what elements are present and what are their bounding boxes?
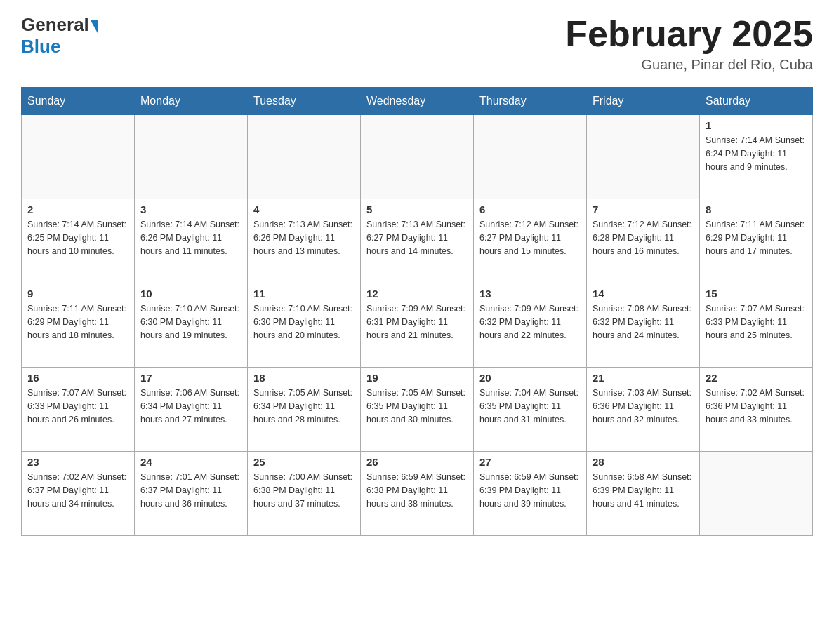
logo-general-text: General [21,14,89,36]
day-number: 7 [593,203,694,215]
calendar-cell: 5Sunrise: 7:13 AM Sunset: 6:27 PM Daylig… [361,199,474,283]
calendar-cell: 25Sunrise: 7:00 AM Sunset: 6:38 PM Dayli… [248,452,361,536]
day-info: Sunrise: 7:08 AM Sunset: 6:32 PM Dayligh… [593,302,694,342]
calendar-cell: 23Sunrise: 7:02 AM Sunset: 6:37 PM Dayli… [22,452,135,536]
day-info: Sunrise: 7:02 AM Sunset: 6:37 PM Dayligh… [27,471,128,510]
calendar-cell: 3Sunrise: 7:14 AM Sunset: 6:26 PM Daylig… [135,199,248,283]
day-number: 16 [27,372,128,384]
calendar-cell [700,452,813,536]
calendar-cell: 16Sunrise: 7:07 AM Sunset: 6:33 PM Dayli… [22,368,135,452]
day-info: Sunrise: 7:04 AM Sunset: 6:35 PM Dayligh… [479,387,581,426]
day-number: 27 [479,456,581,468]
day-number: 26 [366,456,468,468]
calendar-cell: 24Sunrise: 7:01 AM Sunset: 6:37 PM Dayli… [135,452,248,536]
title-section: February 2025 Guane, Pinar del Rio, Cuba [565,14,813,73]
day-info: Sunrise: 7:12 AM Sunset: 6:28 PM Dayligh… [593,218,694,257]
calendar-table: SundayMondayTuesdayWednesdayThursdayFrid… [21,87,813,536]
day-number: 15 [706,288,807,300]
day-number: 19 [366,372,468,384]
day-number: 2 [27,203,128,215]
calendar-cell: 10Sunrise: 7:10 AM Sunset: 6:30 PM Dayli… [135,283,248,368]
day-number: 8 [706,203,807,215]
calendar-day-header: Wednesday [361,88,474,115]
calendar-cell: 18Sunrise: 7:05 AM Sunset: 6:34 PM Dayli… [248,368,361,452]
calendar-cell: 1Sunrise: 7:14 AM Sunset: 6:24 PM Daylig… [700,115,813,199]
day-info: Sunrise: 7:13 AM Sunset: 6:27 PM Dayligh… [366,218,468,257]
day-number: 3 [140,203,241,215]
day-info: Sunrise: 7:13 AM Sunset: 6:26 PM Dayligh… [253,218,355,257]
day-number: 5 [366,203,468,215]
day-number: 14 [593,288,694,300]
day-info: Sunrise: 6:58 AM Sunset: 6:39 PM Dayligh… [593,471,694,510]
day-info: Sunrise: 7:11 AM Sunset: 6:29 PM Dayligh… [27,302,128,342]
calendar-cell: 7Sunrise: 7:12 AM Sunset: 6:28 PM Daylig… [587,199,700,283]
calendar-day-header: Friday [587,88,700,115]
day-info: Sunrise: 7:14 AM Sunset: 6:24 PM Dayligh… [706,134,807,173]
calendar-week-row: 23Sunrise: 7:02 AM Sunset: 6:37 PM Dayli… [22,452,813,536]
month-title: February 2025 [565,14,813,54]
calendar-cell: 12Sunrise: 7:09 AM Sunset: 6:31 PM Dayli… [361,283,474,368]
day-info: Sunrise: 7:01 AM Sunset: 6:37 PM Dayligh… [140,471,241,510]
day-info: Sunrise: 7:00 AM Sunset: 6:38 PM Dayligh… [253,471,355,510]
day-number: 20 [479,372,581,384]
day-info: Sunrise: 6:59 AM Sunset: 6:39 PM Dayligh… [479,471,581,510]
calendar-day-header: Tuesday [248,88,361,115]
day-number: 9 [27,288,128,300]
day-number: 17 [140,372,241,384]
calendar-cell: 17Sunrise: 7:06 AM Sunset: 6:34 PM Dayli… [135,368,248,452]
calendar-cell: 28Sunrise: 6:58 AM Sunset: 6:39 PM Dayli… [587,452,700,536]
day-number: 6 [479,203,581,215]
calendar-cell [361,115,474,199]
calendar-cell: 21Sunrise: 7:03 AM Sunset: 6:36 PM Dayli… [587,368,700,452]
calendar-cell: 26Sunrise: 6:59 AM Sunset: 6:38 PM Dayli… [361,452,474,536]
day-info: Sunrise: 7:10 AM Sunset: 6:30 PM Dayligh… [140,302,241,342]
calendar-day-header: Monday [135,88,248,115]
day-number: 24 [140,456,241,468]
calendar-cell: 4Sunrise: 7:13 AM Sunset: 6:26 PM Daylig… [248,199,361,283]
day-number: 12 [366,288,468,300]
calendar-cell: 22Sunrise: 7:02 AM Sunset: 6:36 PM Dayli… [700,368,813,452]
calendar-cell [587,115,700,199]
calendar-day-header: Thursday [474,88,587,115]
day-info: Sunrise: 7:12 AM Sunset: 6:27 PM Dayligh… [479,218,581,257]
day-number: 1 [706,119,807,131]
day-info: Sunrise: 7:05 AM Sunset: 6:35 PM Dayligh… [366,387,468,426]
logo-arrow-icon [91,20,98,33]
calendar-cell: 19Sunrise: 7:05 AM Sunset: 6:35 PM Dayli… [361,368,474,452]
calendar-cell: 11Sunrise: 7:10 AM Sunset: 6:30 PM Dayli… [248,283,361,368]
day-info: Sunrise: 7:07 AM Sunset: 6:33 PM Dayligh… [706,302,807,342]
day-number: 10 [140,288,241,300]
day-number: 4 [253,203,355,215]
day-info: Sunrise: 7:09 AM Sunset: 6:31 PM Dayligh… [366,302,468,342]
calendar-week-row: 2Sunrise: 7:14 AM Sunset: 6:25 PM Daylig… [22,199,813,283]
calendar-cell: 2Sunrise: 7:14 AM Sunset: 6:25 PM Daylig… [22,199,135,283]
day-number: 28 [593,456,694,468]
calendar-week-row: 1Sunrise: 7:14 AM Sunset: 6:24 PM Daylig… [22,115,813,199]
calendar-header-row: SundayMondayTuesdayWednesdayThursdayFrid… [22,88,813,115]
calendar-cell: 15Sunrise: 7:07 AM Sunset: 6:33 PM Dayli… [700,283,813,368]
day-info: Sunrise: 7:14 AM Sunset: 6:26 PM Dayligh… [140,218,241,257]
day-number: 18 [253,372,355,384]
calendar-cell: 13Sunrise: 7:09 AM Sunset: 6:32 PM Dayli… [474,283,587,368]
day-info: Sunrise: 7:06 AM Sunset: 6:34 PM Dayligh… [140,387,241,426]
day-info: Sunrise: 7:03 AM Sunset: 6:36 PM Dayligh… [593,387,694,426]
page-header: General Blue February 2025 Guane, Pinar … [21,14,813,73]
day-number: 23 [27,456,128,468]
day-number: 25 [253,456,355,468]
calendar-cell: 8Sunrise: 7:11 AM Sunset: 6:29 PM Daylig… [700,199,813,283]
calendar-day-header: Saturday [700,88,813,115]
day-info: Sunrise: 7:10 AM Sunset: 6:30 PM Dayligh… [253,302,355,342]
calendar-cell: 20Sunrise: 7:04 AM Sunset: 6:35 PM Dayli… [474,368,587,452]
calendar-cell: 6Sunrise: 7:12 AM Sunset: 6:27 PM Daylig… [474,199,587,283]
calendar-day-header: Sunday [22,88,135,115]
day-number: 13 [479,288,581,300]
calendar-week-row: 9Sunrise: 7:11 AM Sunset: 6:29 PM Daylig… [22,283,813,368]
day-info: Sunrise: 7:11 AM Sunset: 6:29 PM Dayligh… [706,218,807,257]
calendar-cell: 9Sunrise: 7:11 AM Sunset: 6:29 PM Daylig… [22,283,135,368]
day-info: Sunrise: 7:02 AM Sunset: 6:36 PM Dayligh… [706,387,807,426]
logo: General Blue [21,14,99,58]
calendar-cell: 14Sunrise: 7:08 AM Sunset: 6:32 PM Dayli… [587,283,700,368]
day-number: 21 [593,372,694,384]
day-info: Sunrise: 6:59 AM Sunset: 6:38 PM Dayligh… [366,471,468,510]
logo-blue-text: Blue [21,36,60,57]
